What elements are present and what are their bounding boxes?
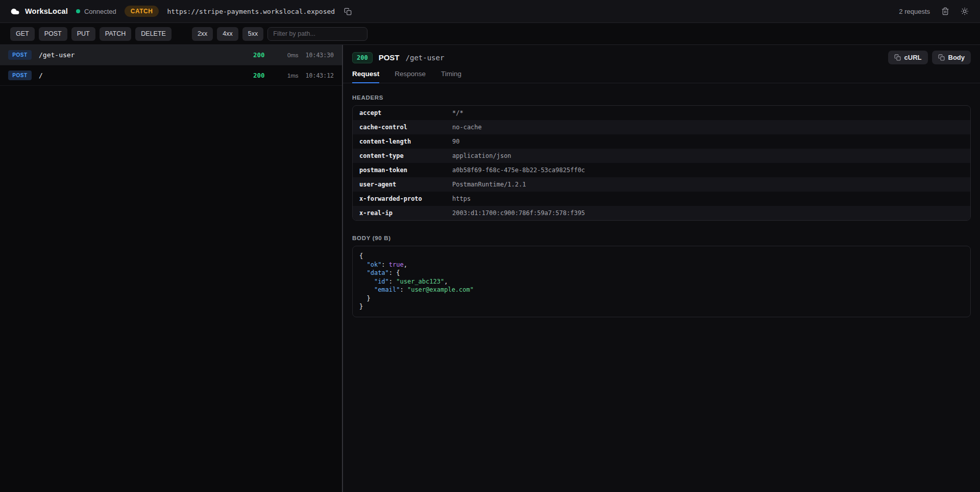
request-path: / bbox=[39, 72, 43, 79]
header-row: x-real-ip 2003:d1:1700:c900:786f:59a7:57… bbox=[353, 206, 970, 220]
code-token: "id" bbox=[374, 278, 389, 285]
connected-dot-icon bbox=[76, 9, 80, 13]
request-path: /get-user bbox=[39, 51, 75, 59]
request-duration: 0ms bbox=[275, 52, 299, 58]
copy-icon bbox=[894, 54, 901, 61]
cloud-icon bbox=[10, 7, 20, 16]
method-badge: POST bbox=[8, 71, 32, 80]
code-token: "email" bbox=[374, 286, 400, 293]
detail-header: 200 POST /get-user cURL Body bbox=[343, 45, 980, 70]
header-row: content-length 90 bbox=[353, 134, 970, 149]
theme-toggle-button[interactable] bbox=[960, 6, 970, 16]
clear-requests-button[interactable] bbox=[940, 6, 950, 16]
request-list: POST /get-user 200 0ms 10:43:30 POST / 2… bbox=[0, 45, 343, 492]
curl-button-label: cURL bbox=[904, 54, 922, 61]
code-token: "data" bbox=[366, 269, 388, 276]
tunnel-url: https://stripe-payments.workslocal.expos… bbox=[167, 8, 335, 15]
code-token: { bbox=[359, 252, 366, 268]
connection-status: Connected bbox=[76, 8, 116, 15]
brand: WorksLocal bbox=[10, 7, 68, 16]
header-value: 90 bbox=[452, 138, 459, 145]
code-token: true bbox=[389, 261, 404, 268]
code-token: : bbox=[400, 286, 407, 293]
copy-curl-button[interactable]: cURL bbox=[888, 51, 928, 64]
code-token: : bbox=[381, 261, 388, 268]
status-code: 200 bbox=[253, 72, 265, 79]
method-badge: POST bbox=[8, 50, 32, 60]
code-token: "ok" bbox=[366, 261, 381, 268]
status-filter-button[interactable]: 2xx bbox=[192, 27, 213, 41]
connection-label: Connected bbox=[84, 8, 116, 15]
code-token: "user@example.com" bbox=[407, 286, 474, 293]
request-body-json: { "ok": true, "data": { "id": "user_abc1… bbox=[352, 246, 971, 317]
header-name: user-agent bbox=[353, 181, 452, 188]
method-filter-button[interactable]: GET bbox=[10, 27, 35, 41]
header-row: cache-control no-cache bbox=[353, 120, 970, 134]
detail-content: HEADERS accept */* cache-control no-cach… bbox=[343, 83, 980, 329]
detail-status-badge: 200 bbox=[352, 52, 373, 63]
sun-icon bbox=[961, 7, 969, 15]
headers-section-title: HEADERS bbox=[352, 95, 971, 101]
detail-tab[interactable]: Request bbox=[352, 70, 379, 83]
method-filter-button[interactable]: DELETE bbox=[135, 27, 172, 41]
body-button-label: Body bbox=[948, 54, 965, 61]
detail-path: /get-user bbox=[406, 54, 445, 62]
status-filter-button[interactable]: 5xx bbox=[242, 27, 263, 41]
app-name: WorksLocal bbox=[25, 7, 68, 15]
code-token: : bbox=[389, 278, 396, 285]
header-row: postman-token a0b58f69-f68c-475e-8b22-53… bbox=[353, 163, 970, 177]
header-row: user-agent PostmanRuntime/1.2.1 bbox=[353, 177, 970, 192]
detail-tabs: RequestResponseTiming bbox=[343, 70, 980, 83]
detail-actions: cURL Body bbox=[888, 51, 971, 64]
request-row[interactable]: POST /get-user 200 0ms 10:43:30 bbox=[0, 45, 342, 65]
request-count: 2 requests bbox=[899, 8, 930, 15]
request-detail-panel: 200 POST /get-user cURL Body RequestResp… bbox=[343, 45, 980, 492]
copy-icon bbox=[344, 8, 352, 15]
header-name: x-real-ip bbox=[353, 209, 452, 217]
body-section-title: BODY (90 B) bbox=[352, 235, 971, 241]
detail-tab[interactable]: Response bbox=[395, 70, 426, 83]
mode-badge: CATCH bbox=[125, 6, 159, 17]
method-filter-button[interactable]: PUT bbox=[71, 27, 95, 41]
header-name: accept bbox=[353, 109, 452, 116]
headers-table: accept */* cache-control no-cache conten… bbox=[352, 105, 971, 221]
code-token: "user_abc123" bbox=[396, 278, 444, 285]
header-name: cache-control bbox=[353, 124, 452, 131]
header-value: https bbox=[452, 195, 471, 202]
detail-tab[interactable]: Timing bbox=[441, 70, 461, 83]
header-value: 2003:d1:1700:c900:786f:59a7:578:f395 bbox=[452, 209, 585, 217]
header-name: x-forwarded-proto bbox=[353, 195, 452, 202]
status-filter-button[interactable]: 4xx bbox=[217, 27, 238, 41]
copy-icon bbox=[938, 54, 945, 61]
header-value: application/json bbox=[452, 152, 511, 159]
header-value: a0b58f69-f68c-475e-8b22-53ca9825ff0c bbox=[452, 167, 585, 174]
header-value: PostmanRuntime/1.2.1 bbox=[452, 181, 526, 188]
filter-bar: GETPOSTPUTPATCHDELETE 2xx4xx5xx bbox=[0, 23, 980, 45]
header-row: x-forwarded-proto https bbox=[353, 192, 970, 206]
detail-method: POST bbox=[379, 53, 400, 62]
method-filter-button[interactable]: POST bbox=[39, 27, 67, 41]
header-row: accept */* bbox=[353, 106, 970, 120]
copy-url-button[interactable] bbox=[343, 7, 353, 16]
header-value: no-cache bbox=[452, 124, 482, 131]
trash-icon bbox=[941, 7, 949, 15]
header-name: postman-token bbox=[353, 167, 452, 174]
header-row: content-type application/json bbox=[353, 149, 970, 163]
copy-body-button[interactable]: Body bbox=[932, 51, 971, 64]
main-split: POST /get-user 200 0ms 10:43:30 POST / 2… bbox=[0, 45, 980, 492]
header-name: content-length bbox=[353, 138, 452, 145]
method-filter-button[interactable]: PATCH bbox=[100, 27, 132, 41]
header-name: content-type bbox=[353, 152, 452, 159]
path-filter-input[interactable] bbox=[267, 27, 368, 41]
code-token: } } bbox=[359, 295, 371, 311]
request-row[interactable]: POST / 200 1ms 10:43:12 bbox=[0, 65, 342, 86]
topbar-right: 2 requests bbox=[899, 6, 970, 16]
status-code: 200 bbox=[253, 51, 265, 59]
topbar: WorksLocal Connected CATCH https://strip… bbox=[0, 0, 980, 23]
request-timestamp: 10:43:12 bbox=[306, 72, 334, 79]
header-value: */* bbox=[452, 109, 463, 116]
request-duration: 1ms bbox=[275, 73, 299, 79]
request-timestamp: 10:43:30 bbox=[306, 52, 334, 59]
